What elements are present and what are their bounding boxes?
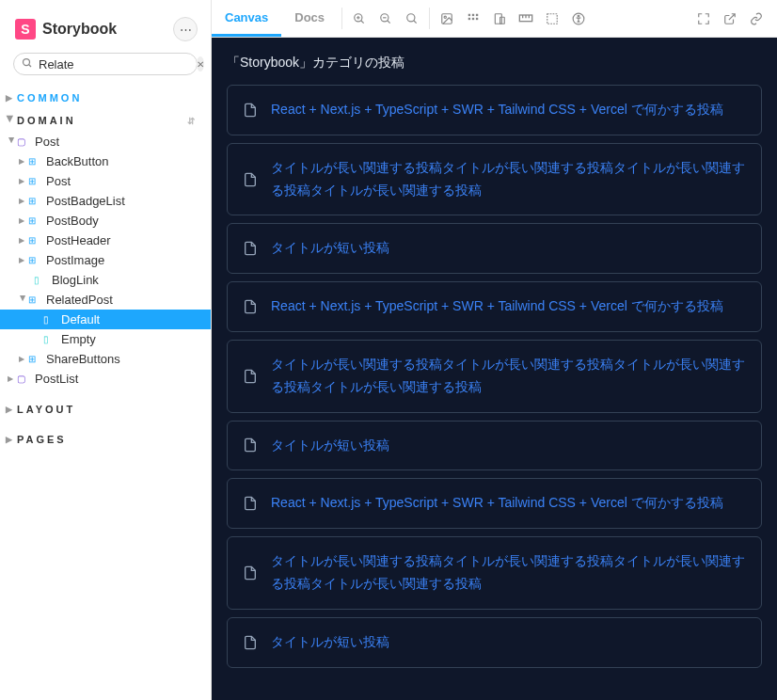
- component-icon: ⊞: [28, 235, 41, 246]
- fullscreen-icon[interactable]: [690, 0, 717, 37]
- sort-icon: ⇵: [187, 116, 198, 126]
- chevron-right-icon: ▶: [19, 157, 27, 166]
- tree-label: PostBody: [46, 214, 99, 228]
- tree-label: Post: [46, 174, 71, 188]
- component-icon: ⊞: [28, 215, 41, 226]
- post-link[interactable]: タイトルが短い投稿: [271, 435, 389, 457]
- tab-canvas[interactable]: Canvas: [212, 0, 281, 37]
- post-card[interactable]: React + Next.js + TypeScript + SWR + Tai…: [227, 85, 762, 135]
- tree-comp-postbody[interactable]: ▶ ⊞ PostBody: [0, 211, 211, 231]
- settings-menu-button[interactable]: ⋯: [173, 17, 198, 41]
- post-card[interactable]: React + Next.js + TypeScript + SWR + Tai…: [227, 281, 762, 332]
- zoom-in-icon[interactable]: [346, 0, 373, 37]
- tree-label: BlogLink: [52, 273, 99, 287]
- post-link[interactable]: タイトルが長い関連する投稿タイトルが長い関連する投稿タイトルが長い関連する投稿タ…: [271, 157, 746, 202]
- background-icon[interactable]: [434, 0, 460, 37]
- svg-rect-25: [547, 13, 558, 24]
- bookmark-icon: ▯: [43, 314, 56, 325]
- search-input[interactable]: [39, 57, 197, 72]
- search-box[interactable]: ✕: [13, 53, 198, 75]
- tree-label: BackButton: [46, 154, 109, 168]
- zoom-out-icon[interactable]: [373, 0, 399, 37]
- tree-story-default[interactable]: ▯ Default: [0, 310, 211, 329]
- chevron-right-icon: ▶: [6, 93, 15, 103]
- svg-point-27: [578, 15, 579, 17]
- logo-text: Storybook: [42, 21, 117, 38]
- sidebar: S Storybook ⋯ ✕ ▶ COMMON ▶ DOMAIN ⇵ ▶ ▢ …: [0, 0, 212, 700]
- post-card[interactable]: タイトルが長い関連する投稿タイトルが長い関連する投稿タイトルが長い関連する投稿タ…: [227, 143, 762, 216]
- post-link[interactable]: タイトルが短い投稿: [271, 631, 389, 654]
- tree-comp-postimage[interactable]: ▶ ⊞ PostImage: [0, 250, 211, 270]
- accessibility-icon[interactable]: [565, 0, 592, 37]
- toolbar-separator: [341, 8, 342, 29]
- post-link[interactable]: タイトルが長い関連する投稿タイトルが長い関連する投稿タイトルが長い関連する投稿タ…: [271, 354, 746, 399]
- section-domain[interactable]: ▶ DOMAIN ⇵: [0, 109, 211, 132]
- tree-comp-backbutton[interactable]: ▶ ⊞ BackButton: [0, 151, 211, 171]
- document-icon: [243, 634, 258, 651]
- tree-label: PostImage: [46, 253, 104, 267]
- main-panel: Canvas Docs: [212, 0, 777, 700]
- measure-icon[interactable]: [513, 0, 539, 37]
- component-icon: ⊞: [28, 255, 41, 265]
- section-label: DOMAIN: [17, 115, 76, 126]
- tree-comp-postbadgelist[interactable]: ▶ ⊞ PostBadgeList: [0, 191, 211, 211]
- svg-rect-18: [476, 17, 478, 19]
- zoom-reset-icon[interactable]: [399, 0, 425, 37]
- grid-icon[interactable]: [460, 0, 486, 37]
- document-icon: [243, 240, 258, 257]
- chevron-down-icon: ▶: [8, 137, 16, 146]
- section-layout[interactable]: ▶ LAYOUT: [0, 398, 211, 421]
- chevron-right-icon: ▶: [6, 405, 15, 414]
- post-card[interactable]: タイトルが短い投稿: [227, 421, 762, 471]
- chevron-right-icon: ▶: [8, 374, 16, 383]
- related-posts-list: React + Next.js + TypeScript + SWR + Tai…: [227, 85, 762, 668]
- chevron-right-icon: ▶: [19, 216, 27, 225]
- tree-story-empty[interactable]: ▯ Empty: [0, 329, 211, 349]
- post-card[interactable]: タイトルが短い投稿: [227, 617, 762, 668]
- tree-comp-sharebuttons[interactable]: ▶ ⊞ ShareButtons: [0, 349, 211, 369]
- component-icon: ⊞: [28, 176, 41, 186]
- sidebar-header: S Storybook ⋯: [0, 0, 211, 53]
- tree-folder-post[interactable]: ▶ ▢ Post: [0, 132, 211, 151]
- toolbar-separator: [429, 8, 430, 29]
- chevron-down-icon: ▶: [19, 295, 27, 304]
- svg-line-7: [388, 20, 390, 23]
- post-card[interactable]: タイトルが短い投稿: [227, 223, 762, 274]
- clear-search-button[interactable]: ✕: [197, 56, 204, 72]
- tree-folder-postlist[interactable]: ▶ ▢ PostList: [0, 369, 211, 389]
- svg-rect-17: [472, 17, 474, 19]
- viewport-icon[interactable]: [486, 0, 513, 37]
- search-icon: [22, 57, 33, 72]
- post-link[interactable]: React + Next.js + TypeScript + SWR + Tai…: [271, 295, 723, 318]
- tree-comp-postheader[interactable]: ▶ ⊞ PostHeader: [0, 231, 211, 250]
- document-icon: [243, 437, 258, 453]
- tab-docs[interactable]: Docs: [281, 0, 338, 37]
- post-card[interactable]: タイトルが長い関連する投稿タイトルが長い関連する投稿タイトルが長い関連する投稿タ…: [227, 340, 762, 413]
- post-link[interactable]: タイトルが短い投稿: [271, 237, 389, 260]
- logo[interactable]: S Storybook: [15, 19, 117, 40]
- chevron-right-icon: ▶: [19, 236, 27, 245]
- post-link[interactable]: React + Next.js + TypeScript + SWR + Tai…: [271, 99, 723, 121]
- svg-rect-14: [472, 13, 474, 15]
- open-external-icon[interactable]: [717, 0, 743, 37]
- document-icon: [243, 368, 258, 385]
- document-icon: [243, 495, 258, 512]
- toolbar: Canvas Docs: [212, 0, 777, 38]
- link-icon[interactable]: [743, 0, 769, 37]
- component-icon: ⊞: [28, 354, 41, 364]
- tree-story-bloglink[interactable]: ▯ BlogLink: [0, 270, 211, 290]
- tree-label: PostList: [35, 372, 78, 386]
- post-card[interactable]: タイトルが長い関連する投稿タイトルが長い関連する投稿タイトルが長い関連する投稿タ…: [227, 536, 762, 610]
- post-link[interactable]: タイトルが長い関連する投稿タイトルが長い関連する投稿タイトルが長い関連する投稿タ…: [271, 550, 746, 596]
- section-common[interactable]: ▶ COMMON: [0, 87, 211, 109]
- tree-comp-post[interactable]: ▶ ⊞ Post: [0, 171, 211, 191]
- tree-comp-relatedpost[interactable]: ▶ ⊞ RelatedPost: [0, 290, 211, 310]
- post-card[interactable]: React + Next.js + TypeScript + SWR + Tai…: [227, 478, 762, 529]
- tree-label: Empty: [61, 332, 96, 346]
- document-icon: [243, 171, 258, 188]
- section-pages[interactable]: ▶ PAGES: [0, 428, 211, 451]
- post-link[interactable]: React + Next.js + TypeScript + SWR + Tai…: [271, 492, 723, 515]
- outline-icon[interactable]: [539, 0, 565, 37]
- tree-label: PostHeader: [46, 233, 111, 247]
- preview-title: 「Storybook」カテゴリの投稿: [227, 55, 762, 72]
